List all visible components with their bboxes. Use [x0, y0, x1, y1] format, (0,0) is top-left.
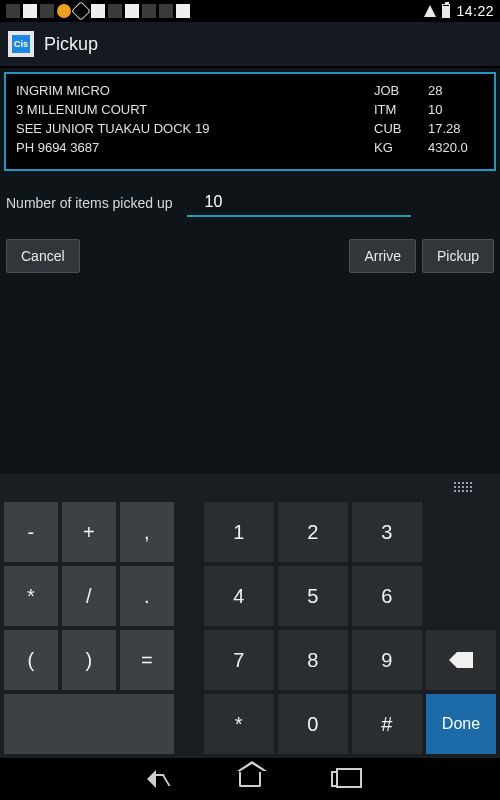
- key-hash[interactable]: #: [352, 694, 422, 754]
- status-sync-icon: [57, 4, 71, 18]
- key-slash[interactable]: /: [62, 566, 116, 626]
- job-phone-line: PH 9694 3687: [16, 139, 374, 158]
- cub-metric-value: 17.28: [428, 120, 484, 139]
- keyboard-column-gap: [178, 694, 200, 754]
- keyboard-column-gap: [178, 566, 200, 626]
- key-rparen[interactable]: ): [62, 630, 116, 690]
- job-metric-values: 28 10 17.28 4320.0: [428, 82, 484, 157]
- soft-keyboard: - + , 1 2 3 * / . 4 5 6 ( ) = 7 8 9: [0, 474, 500, 758]
- status-notification-icon: [125, 4, 139, 18]
- arrive-button[interactable]: Arrive: [349, 239, 416, 273]
- nav-recents-icon[interactable]: [331, 771, 353, 787]
- items-input[interactable]: [187, 189, 411, 217]
- nav-home-icon[interactable]: [239, 771, 261, 787]
- status-notification-icon: [159, 4, 173, 18]
- job-metric-value: 28: [428, 82, 484, 101]
- job-metric-labels: JOB ITM CUB KG: [374, 82, 428, 157]
- key-3[interactable]: 3: [352, 502, 422, 562]
- job-address-line: 3 MILLENIUM COURT: [16, 101, 374, 120]
- key-period[interactable]: .: [120, 566, 174, 626]
- itm-metric-value: 10: [428, 101, 484, 120]
- key-equals[interactable]: =: [120, 630, 174, 690]
- cub-metric-label: CUB: [374, 120, 428, 139]
- key-2[interactable]: 2: [278, 502, 348, 562]
- status-bar-left-icons: [6, 4, 190, 18]
- status-notification-icon: [40, 4, 54, 18]
- key-6[interactable]: 6: [352, 566, 422, 626]
- app-icon-label: Cis: [12, 35, 30, 53]
- key-backspace[interactable]: ×: [426, 630, 496, 690]
- status-notification-icon: [23, 4, 37, 18]
- keyboard-grid: - + , 1 2 3 * / . 4 5 6 ( ) = 7 8 9: [0, 502, 500, 758]
- job-address-block: INGRIM MICRO 3 MILLENIUM COURT SEE JUNIO…: [16, 82, 374, 157]
- status-clock: 14:22: [456, 3, 494, 19]
- key-star[interactable]: *: [204, 694, 274, 754]
- cancel-button[interactable]: Cancel: [6, 239, 80, 273]
- keyboard-column-gap: [178, 502, 200, 562]
- keyboard-hide-icon[interactable]: [454, 482, 482, 496]
- key-0[interactable]: 0: [278, 694, 348, 754]
- status-notification-icon: [142, 4, 156, 18]
- battery-icon: [442, 4, 450, 18]
- job-card[interactable]: INGRIM MICRO 3 MILLENIUM COURT SEE JUNIO…: [4, 72, 496, 171]
- status-link-icon: [71, 1, 91, 21]
- kg-metric-label: KG: [374, 139, 428, 158]
- key-asterisk[interactable]: *: [4, 566, 58, 626]
- key-1[interactable]: 1: [204, 502, 274, 562]
- key-lparen[interactable]: (: [4, 630, 58, 690]
- backspace-x-icon: ×: [438, 631, 445, 645]
- wifi-icon: [420, 5, 436, 17]
- status-indicator-icon: [6, 4, 20, 18]
- key-5[interactable]: 5: [278, 566, 348, 626]
- status-mail-icon: [176, 4, 190, 18]
- job-metric-label: JOB: [374, 82, 428, 101]
- job-customer-name: INGRIM MICRO: [16, 82, 374, 101]
- key-comma[interactable]: ,: [120, 502, 174, 562]
- itm-metric-label: ITM: [374, 101, 428, 120]
- pickup-button[interactable]: Pickup: [422, 239, 494, 273]
- items-input-row: Number of items picked up: [6, 189, 494, 217]
- key-blank: [426, 502, 496, 562]
- items-input-label: Number of items picked up: [6, 195, 187, 217]
- key-9[interactable]: 9: [352, 630, 422, 690]
- status-notification-icon: [108, 4, 122, 18]
- action-bar: Cis Pickup: [0, 22, 500, 68]
- backspace-icon: [449, 652, 473, 668]
- job-note-line: SEE JUNIOR TUAKAU DOCK 19: [16, 120, 374, 139]
- key-4[interactable]: 4: [204, 566, 274, 626]
- page-title: Pickup: [44, 34, 98, 55]
- key-blank: [426, 566, 496, 626]
- status-notification-icon: [91, 4, 105, 18]
- key-7[interactable]: 7: [204, 630, 274, 690]
- status-bar: 14:22: [0, 0, 500, 22]
- key-plus[interactable]: +: [62, 502, 116, 562]
- nav-back-icon[interactable]: [147, 770, 169, 788]
- kg-metric-value: 4320.0: [428, 139, 484, 158]
- keyboard-column-gap: [178, 630, 200, 690]
- action-button-row: Cancel Arrive Pickup: [6, 239, 494, 273]
- system-nav-bar: [0, 758, 500, 800]
- key-minus[interactable]: -: [4, 502, 58, 562]
- key-done[interactable]: Done: [426, 694, 496, 754]
- app-icon[interactable]: Cis: [8, 31, 34, 57]
- key-8[interactable]: 8: [278, 630, 348, 690]
- key-space[interactable]: [4, 694, 174, 754]
